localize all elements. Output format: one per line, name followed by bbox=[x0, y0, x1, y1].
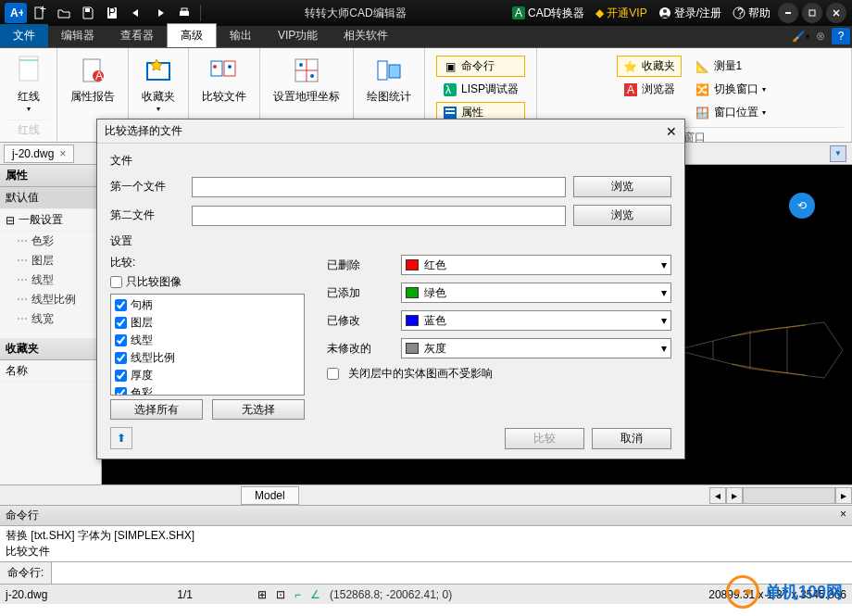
close-icon[interactable] bbox=[826, 3, 846, 23]
item-ltscale-checkbox[interactable] bbox=[115, 352, 127, 364]
scroll-left-icon[interactable]: ◂ bbox=[709, 487, 726, 504]
svg-point-31 bbox=[310, 74, 314, 78]
tree-linetype[interactable]: 线型 bbox=[0, 270, 101, 290]
stats-button[interactable]: 绘图统计 bbox=[361, 52, 417, 108]
attr-report-icon: A bbox=[78, 56, 107, 85]
watermark-logo-icon bbox=[726, 575, 759, 609]
measure-button[interactable]: 📐测量1 bbox=[689, 56, 772, 77]
favorites-button[interactable]: 收藏夹▾ bbox=[136, 52, 181, 117]
select-none-button[interactable]: 无选择 bbox=[212, 399, 305, 420]
cancel-button[interactable]: 取消 bbox=[592, 428, 671, 449]
default-row[interactable]: 默认值 bbox=[0, 187, 101, 209]
tree-layer[interactable]: 图层 bbox=[0, 251, 101, 270]
file2-label: 第二文件 bbox=[110, 207, 184, 223]
closed-layer-checkbox[interactable] bbox=[327, 368, 339, 380]
redo-icon[interactable] bbox=[149, 3, 171, 23]
select-all-button[interactable]: 选择所有 bbox=[110, 399, 203, 420]
browser-button[interactable]: A浏览器 bbox=[617, 79, 682, 100]
item-layer-checkbox[interactable] bbox=[115, 317, 127, 329]
geo-button[interactable]: 设置地理坐标 bbox=[268, 52, 345, 108]
titlebar: A+ + PDF 转转大师CAD编辑器 ACAD转换器 ◆开通VIP 登录/注册… bbox=[0, 0, 852, 26]
toolbar-close-icon[interactable]: ⊗ bbox=[811, 28, 830, 44]
dialog-close-icon[interactable]: ✕ bbox=[666, 124, 677, 139]
compare-button[interactable]: 比较文件 bbox=[196, 52, 252, 108]
tab-output[interactable]: 输出 bbox=[217, 24, 265, 47]
attr-report-button[interactable]: A 属性报告 bbox=[65, 52, 120, 108]
compare-label: 比较: bbox=[110, 255, 305, 270]
cmd-log-line: 替换 [txt.SHX] 字体为 [SIMPLEX.SHX] bbox=[6, 528, 846, 544]
compare-submit-button[interactable]: 比较 bbox=[505, 428, 584, 449]
file1-label: 第一个文件 bbox=[110, 179, 184, 195]
dialog-back-icon[interactable]: ⬆ bbox=[110, 427, 132, 449]
file2-input[interactable] bbox=[192, 206, 566, 226]
scroll-right2-icon[interactable]: ▸ bbox=[835, 487, 852, 504]
tab-vip[interactable]: VIP功能 bbox=[265, 24, 331, 47]
status-ortho-icon[interactable]: ⌐ bbox=[294, 588, 301, 601]
status-angle-icon[interactable]: ∠ bbox=[310, 588, 320, 601]
tab-file[interactable]: 文件 bbox=[0, 24, 48, 47]
cmd-log: 替换 [txt.SHX] 字体为 [SIMPLEX.SHX] 比较文件 bbox=[0, 526, 852, 561]
login-link[interactable]: 登录/注册 bbox=[658, 6, 721, 21]
app-logo-icon[interactable]: A+ bbox=[5, 3, 27, 23]
only-image-checkbox[interactable] bbox=[110, 276, 122, 288]
general-row[interactable]: ⊟一般设置 bbox=[0, 209, 101, 232]
lisp-button[interactable]: λLISP调试器 bbox=[436, 79, 525, 100]
compare-items-list[interactable]: 句柄 图层 线型 线型比例 厚度 色彩 线宽 bbox=[110, 294, 305, 396]
file2-browse-button[interactable]: 浏览 bbox=[573, 205, 671, 226]
dialog-title: 比较选择的文件 bbox=[105, 123, 182, 139]
undo-icon[interactable] bbox=[125, 3, 147, 23]
win-pos-icon: 🪟 bbox=[695, 106, 710, 120]
file1-browse-button[interactable]: 浏览 bbox=[573, 176, 671, 197]
doc-tab[interactable]: j-20.dwg× bbox=[4, 145, 74, 163]
help-link[interactable]: ?帮助 bbox=[733, 6, 771, 21]
new-icon[interactable]: + bbox=[29, 3, 51, 23]
open-icon[interactable] bbox=[53, 3, 75, 23]
modified-color-select[interactable]: 蓝色▾ bbox=[401, 310, 671, 331]
item-handle-checkbox[interactable] bbox=[115, 299, 127, 311]
cmd-header: 命令行× bbox=[0, 505, 852, 526]
model-bar: Model ◂ ▸ ▸ bbox=[0, 484, 852, 505]
tab-advanced[interactable]: 高级 bbox=[167, 23, 217, 47]
maximize-icon[interactable] bbox=[802, 3, 822, 23]
toolbar-style-icon[interactable]: 🖌️▾ bbox=[791, 28, 809, 44]
fav2-button[interactable]: ⭐收藏夹 bbox=[617, 56, 682, 77]
win-pos-button[interactable]: 🪟窗口位置▾ bbox=[689, 102, 772, 123]
tab-editor[interactable]: 编辑器 bbox=[48, 24, 107, 47]
deleted-color-select[interactable]: 红色▾ bbox=[401, 255, 671, 275]
minimize-icon[interactable] bbox=[778, 3, 798, 23]
item-thickness-checkbox[interactable] bbox=[115, 370, 127, 382]
status-grid-icon[interactable]: ⊞ bbox=[257, 588, 267, 601]
pdf-icon[interactable]: PDF bbox=[101, 3, 123, 23]
converter-link[interactable]: ACAD转换器 bbox=[512, 6, 584, 21]
name-row[interactable]: 名称 bbox=[0, 360, 101, 383]
added-color-select[interactable]: 绿色▾ bbox=[401, 283, 671, 303]
item-linetype-checkbox[interactable] bbox=[115, 334, 127, 346]
scroll-right-icon[interactable]: ▸ bbox=[726, 487, 743, 504]
tree-lineweight[interactable]: 线宽 bbox=[0, 309, 101, 329]
file1-input[interactable] bbox=[192, 177, 566, 197]
group-label-redline: 红线 bbox=[7, 119, 49, 138]
tab-related[interactable]: 相关软件 bbox=[331, 24, 401, 47]
tree-color[interactable]: 色彩 bbox=[0, 232, 101, 251]
cmdline-button[interactable]: ▣命令行 bbox=[436, 56, 525, 77]
item-color-checkbox[interactable] bbox=[115, 387, 127, 396]
redline-icon bbox=[14, 56, 44, 85]
favorites-icon bbox=[144, 56, 173, 85]
switch-win-button[interactable]: 🔀切换窗口▾ bbox=[689, 79, 772, 100]
unchanged-color-select[interactable]: 灰度▾ bbox=[401, 338, 671, 358]
canvas-badge-icon[interactable]: ⟲ bbox=[789, 193, 815, 219]
doc-tab-close-icon[interactable]: × bbox=[59, 147, 66, 160]
wireframe-drawing bbox=[676, 295, 843, 406]
status-snap-icon[interactable]: ⊡ bbox=[276, 588, 285, 601]
model-tab[interactable]: Model bbox=[241, 486, 299, 505]
cmd-close-icon[interactable]: × bbox=[840, 508, 846, 523]
save-icon[interactable] bbox=[77, 3, 99, 23]
scroll-bar[interactable] bbox=[743, 487, 835, 504]
doc-tab-dropdown[interactable]: ▼ bbox=[830, 145, 846, 162]
tab-viewer[interactable]: 查看器 bbox=[107, 24, 167, 47]
vip-link[interactable]: ◆开通VIP bbox=[595, 6, 646, 21]
print-icon[interactable] bbox=[173, 3, 195, 23]
tree-ltscale[interactable]: 线型比例 bbox=[0, 290, 101, 309]
files-section-label: 文件 bbox=[110, 153, 671, 169]
toolbar-help-icon[interactable]: ? bbox=[832, 28, 850, 44]
